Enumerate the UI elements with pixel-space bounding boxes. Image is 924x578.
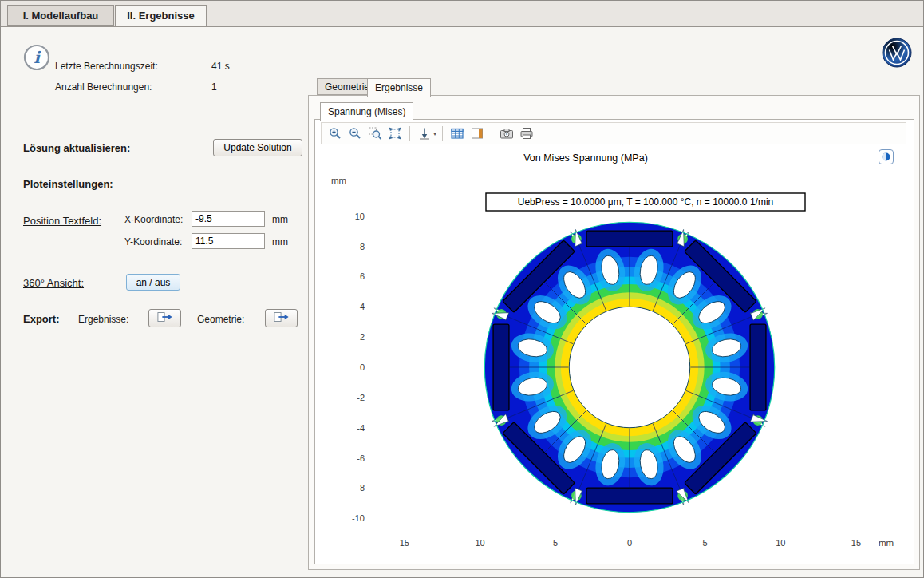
print-icon[interactable] [518, 125, 535, 142]
annotation-text: UebPress = 10.0000 μm, T = 100.000 °C, n… [518, 196, 773, 208]
export-geometry-icon [274, 311, 290, 325]
app-window: I. Modellaufbau II. Ergebnisse i Letzte … [0, 0, 924, 578]
x-tick-label: -10 [472, 538, 485, 548]
info-icon: i [23, 44, 50, 73]
x-tick-label: 10 [776, 538, 785, 548]
plot-menu-icon[interactable] [879, 149, 894, 164]
y-coordinate-input[interactable] [192, 233, 265, 249]
view-360-label: 360° Ansicht: [23, 277, 84, 289]
last-calc-time-label: Letzte Berechnungszeit: [55, 61, 158, 72]
x-tick-label: 15 [851, 538, 861, 548]
y-tick-label: -2 [357, 393, 365, 402]
y-tick-label: -4 [357, 423, 365, 433]
x-coordinate-label: X-Koordinate: [124, 214, 183, 225]
toolbar-separator [409, 126, 410, 141]
plot-toolbar: ▾ [321, 122, 906, 144]
y-axis-unit: mm [331, 176, 346, 185]
export-results-icon [157, 311, 173, 325]
zoom-out-icon[interactable] [346, 125, 364, 142]
calc-count-value: 1 [211, 81, 217, 93]
y-tick-label: -8 [357, 483, 365, 493]
export-geometry-button[interactable] [265, 309, 298, 327]
x-axis-unit: mm [879, 538, 894, 548]
zoom-in-icon[interactable] [326, 125, 344, 142]
plot-settings-heading: Ploteinstellungen: [23, 178, 113, 190]
y-tick-label: 10 [355, 212, 365, 221]
y-tick-label: 4 [360, 302, 365, 311]
update-solution-button[interactable]: Update Solution [213, 139, 302, 156]
update-solution-label: Lösung aktualisieren: [23, 142, 130, 154]
y-tick-label: 8 [360, 242, 365, 251]
default-view-icon[interactable] [416, 125, 433, 142]
x-coordinate-unit: mm [272, 214, 288, 225]
zoom-selection-icon[interactable] [366, 125, 384, 142]
position-textfield-label: Position Textfeld: [23, 215, 101, 227]
x-tick-label: 5 [703, 538, 708, 548]
export-results-button[interactable] [148, 309, 181, 327]
x-coordinate-input[interactable] [192, 211, 265, 227]
toolbar-separator [442, 126, 443, 141]
y-coordinate-unit: mm [272, 236, 288, 247]
y-tick-label: -6 [357, 453, 365, 463]
toolbar-separator [492, 126, 492, 141]
export-geometry-label: Geometrie: [197, 314, 244, 325]
tab-spannung-mises[interactable]: Spannung (Mises) [320, 102, 413, 121]
plot-canvas[interactable]: Von Mises Spannung (MPa) mm mm UebPress … [318, 147, 910, 560]
tab-modellaufbau[interactable]: I. Modellaufbau [7, 5, 114, 26]
export-heading: Export: [23, 313, 60, 325]
grid-icon[interactable] [448, 125, 466, 142]
main-tabstrip: I. Modellaufbau II. Ergebnisse [1, 1, 923, 27]
view-360-toggle-button[interactable]: an / aus [126, 274, 180, 291]
x-tick-label: -15 [397, 538, 409, 548]
snapshot-icon[interactable] [498, 125, 515, 142]
export-results-label: Ergebnisse: [78, 314, 128, 325]
zoom-extents-icon[interactable] [386, 125, 404, 142]
x-tick-label: -5 [550, 538, 558, 548]
x-tick-label: 0 [627, 538, 632, 548]
color-legend-icon[interactable] [468, 125, 486, 142]
tab-ergebnisse-plot[interactable]: Ergebnisse [367, 78, 431, 97]
last-calc-time-value: 41 s [211, 61, 230, 72]
y-tick-label: 0 [360, 362, 365, 372]
y-tick-label: 6 [360, 271, 365, 281]
plot-title: Von Mises Spannung (MPa) [523, 152, 648, 164]
tab-ergebnisse[interactable]: II. Ergebnisse [115, 5, 207, 27]
calc-count-label: Anzahl Berechnungen: [55, 81, 152, 93]
y-tick-label: 2 [360, 332, 365, 342]
default-view-dropdown-icon[interactable]: ▾ [433, 130, 436, 137]
y-coordinate-label: Y-Koordinate: [124, 236, 182, 247]
y-tick-label: -10 [352, 513, 365, 523]
vw-logo [882, 38, 912, 70]
